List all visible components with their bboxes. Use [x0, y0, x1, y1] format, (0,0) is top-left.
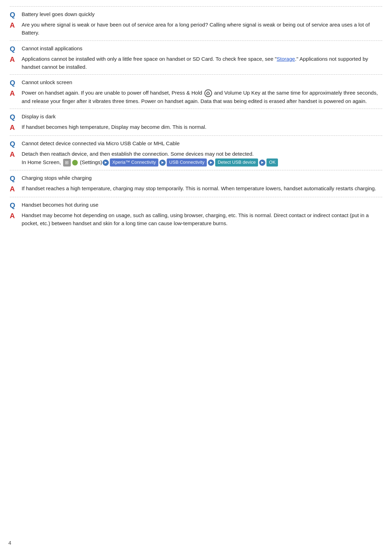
answer-text-4: If handset becomes high temperature, Dis… [22, 123, 382, 131]
qa-block-1: Q Battery level goes down quickly A Are … [10, 6, 382, 40]
ok-badge: OK [266, 158, 278, 166]
answer-row-7: A Handset may become hot depending on us… [10, 211, 382, 228]
question-text-4: Display is dark [22, 112, 382, 120]
qa-block-5: Q Cannot detect device connected via Mic… [10, 135, 382, 170]
answer-text-5: Detach then reattach device, and then es… [22, 150, 382, 166]
arrow-icon-4 [259, 160, 265, 166]
qa-block-4: Q Display is dark A If handset becomes h… [10, 109, 382, 135]
q-label-7: Q [10, 201, 20, 210]
answer-text-7: Handset may become hot depending on usag… [22, 211, 382, 228]
question-text-6: Charging stops while charging [22, 174, 382, 182]
usb-connectivity-badge: USB Connectivity [167, 158, 207, 166]
question-text-2: Cannot install applications [22, 44, 382, 52]
question-row-4: Q Display is dark [10, 112, 382, 121]
qa-block-3: Q Cannot unlock screen A Power on handse… [10, 74, 382, 109]
question-row-5: Q Cannot detect device connected via Mic… [10, 139, 382, 148]
arrow-icon-3 [208, 160, 214, 166]
question-text-5: Cannot detect device connected via Micro… [22, 139, 382, 147]
power-icon: ⏻ [204, 89, 212, 97]
question-text-7: Handset becomes hot during use [22, 201, 382, 209]
answer-text-2: Applications cannot be installed with on… [22, 55, 382, 71]
answer-row-3: A Power on handset again. If you are una… [10, 89, 382, 105]
a-label-5: A [10, 150, 20, 159]
q-label-2: Q [10, 44, 20, 53]
a-label-2: A [10, 55, 20, 64]
a-label-1: A [10, 21, 20, 30]
answer-text-1: Are you where signal is weak or have bee… [22, 21, 382, 37]
answer-row-6: A If handset reaches a high temperature,… [10, 184, 382, 193]
question-text-1: Battery level goes down quickly [22, 10, 382, 18]
answer-row-1: A Are you where signal is weak or have b… [10, 21, 382, 37]
a-label-7: A [10, 211, 20, 220]
question-row-3: Q Cannot unlock screen [10, 78, 382, 87]
detect-usb-badge: Detect USB device [215, 158, 258, 166]
q-label-5: Q [10, 139, 20, 148]
question-text-3: Cannot unlock screen [22, 78, 382, 86]
q-label-6: Q [10, 174, 20, 183]
a-label-6: A [10, 184, 20, 193]
answer-text-3: Power on handset again. If you are unabl… [22, 89, 382, 105]
arrow-icon-1 [103, 160, 109, 166]
qa-block-6: Q Charging stops while charging A If han… [10, 170, 382, 197]
q-label-4: Q [10, 112, 20, 121]
a-label-3: A [10, 89, 20, 98]
arrow-icon-2 [159, 160, 166, 166]
question-row-7: Q Handset becomes hot during use [10, 201, 382, 210]
storage-link[interactable]: Storage [277, 56, 295, 62]
answer-row-5: A Detach then reattach device, and then … [10, 150, 382, 166]
q-label-3: Q [10, 78, 20, 87]
qa-block-7: Q Handset becomes hot during use A Hands… [10, 197, 382, 231]
a-label-4: A [10, 123, 20, 132]
home-icon [63, 159, 71, 167]
answer-row-4: A If handset becomes high temperature, D… [10, 123, 382, 132]
question-row-1: Q Battery level goes down quickly [10, 10, 382, 19]
q-label-1: Q [10, 10, 20, 19]
xperia-connectivity-badge: Xperia™ Connectivity [110, 158, 158, 166]
question-row-2: Q Cannot install applications [10, 44, 382, 53]
answer-text-6: If handset reaches a high temperature, c… [22, 184, 382, 192]
question-row-6: Q Charging stops while charging [10, 174, 382, 183]
qa-block-2: Q Cannot install applications A Applicat… [10, 40, 382, 75]
circle-icon [72, 160, 78, 165]
answer-row-2: A Applications cannot be installed with … [10, 55, 382, 71]
